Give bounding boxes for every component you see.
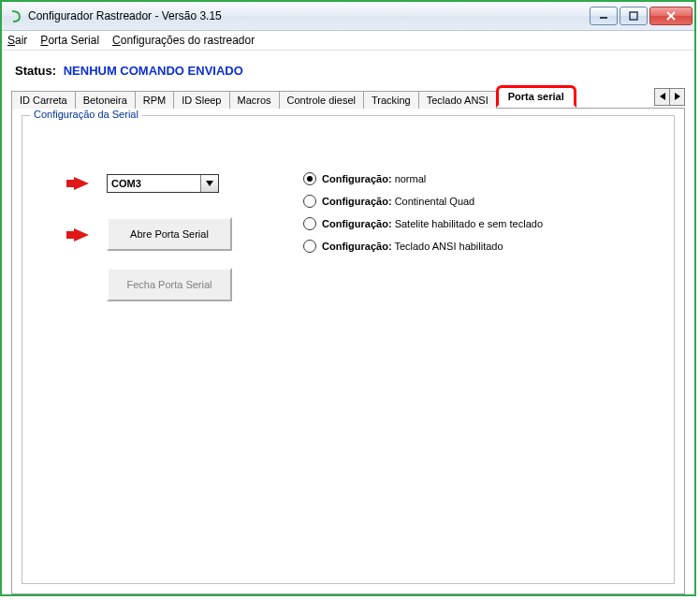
tab-tracking[interactable]: Tracking [363, 91, 419, 109]
tab-id-carreta[interactable]: ID Carreta [11, 91, 76, 109]
status-row: Status: NENHUM COMANDO ENVIADO [15, 64, 685, 78]
tab-betoneira[interactable]: Betoneira [75, 91, 136, 109]
tab-panel-porta-serial: Configuração da Serial COM3 Abre Porta S… [11, 108, 685, 594]
window-titlebar: Configurador Rastreador - Versão 3.15 [2, 2, 694, 31]
group-config-serial: Configuração da Serial COM3 Abre Porta S… [22, 115, 675, 584]
radio-icon [303, 172, 316, 185]
chevron-down-icon[interactable] [200, 175, 218, 192]
close-button[interactable] [649, 7, 693, 25]
app-icon [7, 8, 22, 23]
tab-scroll-left-button[interactable] [654, 88, 670, 106]
tab-controle-diesel[interactable]: Controle diesel [279, 91, 364, 109]
com-port-value: COM3 [111, 178, 141, 189]
pointer-arrow-icon [74, 177, 89, 190]
radio-icon [303, 195, 316, 208]
open-serial-button[interactable]: Abre Porta Serial [107, 217, 232, 251]
status-value: NENHUM COMANDO ENVIADO [64, 64, 243, 78]
group-title: Configuração da Serial [30, 109, 142, 120]
tab-scroll-controls [654, 87, 685, 106]
pointer-arrow-icon [74, 228, 89, 241]
svg-rect-1 [630, 12, 637, 20]
tab-scroll-right-button[interactable] [670, 88, 685, 106]
maximize-button[interactable] [620, 7, 648, 25]
menu-bar: Sair Porta Serial Configurações do rastr… [2, 31, 694, 51]
radio-config-satelite[interactable]: Configuração: Satelite habilitado e sem … [303, 217, 543, 230]
com-port-select[interactable]: COM3 [107, 174, 219, 193]
menu-config-rastreador[interactable]: Configurações do rastreador [112, 34, 255, 47]
svg-marker-4 [660, 93, 665, 100]
window-controls [590, 7, 693, 25]
status-label: Status: [15, 64, 56, 78]
radio-config-teclado-ansi[interactable]: Configuração: Teclado ANSI habilitado [303, 240, 503, 253]
tab-strip: ID Carreta Betoneira RPM ID Sleep Macros… [11, 87, 685, 109]
tab-id-sleep[interactable]: ID Sleep [173, 91, 229, 109]
window-title: Configurador Rastreador - Versão 3.15 [28, 9, 590, 22]
radio-icon [303, 240, 316, 253]
tab-porta-serial[interactable]: Porta serial [496, 85, 576, 108]
svg-marker-5 [675, 93, 680, 100]
menu-porta-serial[interactable]: Porta Serial [40, 34, 99, 47]
radio-icon [303, 217, 316, 230]
tab-rpm[interactable]: RPM [135, 91, 174, 109]
radio-config-continental-quad[interactable]: Configuração: Continental Quad [303, 195, 474, 208]
tab-macros[interactable]: Macros [229, 91, 280, 109]
tab-teclado-ansi[interactable]: Teclado ANSI [418, 91, 497, 109]
radio-config-normal[interactable]: Configuração: normal [303, 172, 426, 185]
menu-sair[interactable]: Sair [7, 34, 27, 47]
close-serial-button[interactable]: Fecha Porta Serial [107, 268, 232, 301]
svg-marker-6 [206, 181, 213, 186]
minimize-button[interactable] [590, 7, 618, 25]
